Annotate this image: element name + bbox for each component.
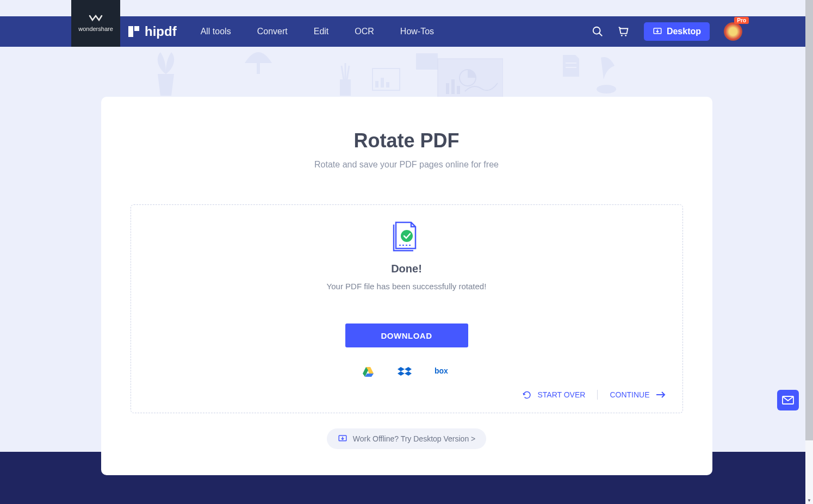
success-file-icon [131, 218, 682, 252]
svg-rect-16 [386, 82, 389, 88]
nav-edit[interactable]: Edit [314, 27, 329, 36]
search-icon[interactable] [592, 26, 604, 38]
scroll-down-icon[interactable]: ▼ [805, 498, 813, 503]
done-title: Done! [131, 263, 682, 275]
page-subtitle: Rotate and save your PDF pages online fo… [101, 160, 712, 170]
svg-rect-9 [340, 79, 351, 96]
svg-rect-17 [416, 53, 438, 70]
dashboard-icon [416, 53, 503, 102]
offline-button[interactable]: Work Offline? Try Desktop Version > [327, 428, 487, 449]
start-over-button[interactable]: START OVER [522, 390, 585, 400]
doc-icon [560, 52, 582, 79]
svg-point-6 [625, 35, 626, 36]
svg-line-3 [599, 33, 603, 36]
wondershare-label: wondershare [78, 26, 113, 32]
offline-download-icon [338, 434, 347, 444]
action-row: START OVER CONTINUE [131, 390, 682, 400]
svg-line-10 [342, 66, 344, 79]
wondershare-logo-box[interactable]: wondershare [71, 0, 120, 47]
nav-right: Desktop Pro [592, 22, 742, 41]
svg-point-2 [593, 27, 600, 34]
hipdf-icon [127, 25, 140, 38]
brand-logo[interactable]: hipdf [127, 24, 177, 39]
done-message: Your PDF file has been successfully rota… [131, 282, 682, 291]
svg-point-27 [401, 230, 413, 242]
desktop-button-label: Desktop [667, 27, 701, 36]
cloud-save-row: box [131, 366, 682, 378]
svg-rect-20 [446, 83, 449, 94]
mail-icon [782, 396, 794, 405]
main-card: Rotate PDF Rotate and save your PDF page… [101, 97, 712, 475]
avatar-image [724, 22, 742, 41]
start-over-label: START OVER [537, 390, 585, 399]
top-strip [0, 0, 813, 16]
continue-button[interactable]: CONTINUE [610, 390, 666, 399]
avatar[interactable]: Pro [724, 22, 742, 41]
cart-icon[interactable] [618, 26, 630, 38]
action-divider [597, 390, 598, 400]
offline-label: Work Offline? Try Desktop Version > [353, 434, 476, 443]
nav-items: All tools Convert Edit OCR How-Tos [201, 27, 434, 36]
google-drive-icon[interactable] [362, 366, 375, 378]
dropbox-icon[interactable] [398, 366, 412, 378]
svg-rect-14 [375, 81, 378, 88]
nav-howtos[interactable]: How-Tos [400, 27, 434, 36]
navbar: hipdf All tools Convert Edit OCR How-Tos… [0, 16, 813, 47]
svg-rect-22 [457, 86, 460, 94]
mail-fab[interactable] [777, 390, 799, 410]
nav-all-tools[interactable]: All tools [201, 27, 231, 36]
svg-point-25 [597, 85, 616, 94]
svg-point-5 [621, 35, 623, 36]
desktop-button[interactable]: Desktop [644, 22, 710, 41]
svg-rect-15 [381, 78, 384, 88]
brand-name: hipdf [145, 24, 177, 39]
svg-rect-21 [451, 79, 455, 94]
svg-line-4 [619, 27, 621, 29]
box-icon[interactable]: box [435, 366, 452, 376]
calendar-icon [370, 66, 402, 93]
quill-icon [593, 52, 620, 96]
scrollbar[interactable]: ▲ ▼ [805, 0, 813, 504]
lamp-icon [239, 47, 277, 74]
page-title: Rotate PDF [101, 129, 712, 152]
wondershare-icon [89, 15, 103, 23]
svg-line-12 [347, 66, 349, 79]
pro-badge: Pro [734, 17, 749, 24]
restart-icon [522, 390, 532, 400]
svg-text:box: box [435, 366, 448, 375]
nav-convert[interactable]: Convert [257, 27, 288, 36]
scroll-thumb[interactable] [805, 0, 813, 440]
svg-rect-1 [134, 26, 139, 31]
result-box: Done! Your PDF file has been successfull… [131, 204, 683, 413]
download-desktop-icon [653, 27, 662, 36]
svg-rect-0 [128, 26, 133, 37]
plant-icon [147, 47, 185, 101]
download-button[interactable]: DOWNLOAD [345, 323, 468, 347]
nav-ocr[interactable]: OCR [355, 27, 374, 36]
svg-rect-8 [257, 63, 260, 74]
pencils-icon [332, 60, 359, 98]
continue-label: CONTINUE [610, 390, 649, 399]
arrow-right-icon [655, 391, 666, 399]
